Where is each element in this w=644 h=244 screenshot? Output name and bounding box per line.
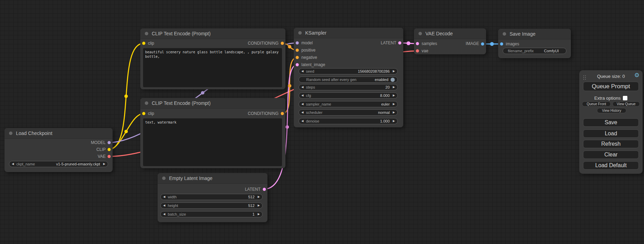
node-title-bar[interactable]: Empty Latent Image bbox=[158, 173, 267, 184]
widget-cfg[interactable]: ◀ cfg 8.000 ▶ bbox=[299, 92, 398, 99]
widget-denoise[interactable]: ◀ denoise 1.000 ▶ bbox=[299, 118, 398, 124]
node-save-image[interactable]: Save Image images filename_prefix ComfyU… bbox=[498, 29, 571, 58]
node-title: Save Image bbox=[510, 31, 536, 37]
output-slot-label-conditioning: CONDITIONING bbox=[248, 111, 279, 116]
decrement-arrow-icon[interactable]: ◀ bbox=[12, 163, 14, 165]
link-midpoint-dot bbox=[285, 125, 289, 129]
node-title-bar[interactable]: CLIP Text Encode (Prompt) bbox=[140, 28, 285, 39]
input-slot-label-positive: positive bbox=[301, 48, 316, 53]
decrement-arrow-icon[interactable]: ◀ bbox=[163, 196, 165, 198]
widget-random-seed-toggle[interactable]: Random seed after every gen enabled bbox=[299, 76, 398, 83]
increment-arrow-icon[interactable]: ▶ bbox=[393, 103, 395, 106]
node-title-bar[interactable]: CLIP Text Encode (Prompt) bbox=[140, 98, 285, 109]
toggle-dot-icon[interactable] bbox=[390, 78, 395, 82]
increment-arrow-icon[interactable]: ▶ bbox=[258, 213, 260, 216]
settings-gear-icon[interactable]: ⚙ bbox=[634, 72, 639, 78]
increment-arrow-icon[interactable]: ▶ bbox=[393, 120, 395, 123]
node-title-bar[interactable]: KSampler bbox=[294, 28, 403, 38]
input-slot-label-images: images bbox=[506, 42, 519, 46]
decrement-arrow-icon[interactable]: ◀ bbox=[301, 86, 303, 89]
link-midpoint-dot bbox=[490, 42, 494, 46]
queue-size-label: Queue size: 0 bbox=[579, 74, 643, 79]
node-title-bar[interactable]: Save Image bbox=[498, 29, 571, 39]
widget-batch-size[interactable]: ◀ batch_size 1 ▶ bbox=[160, 211, 263, 217]
node-title: CLIP Text Encode (Prompt) bbox=[152, 100, 211, 106]
node-title-bar[interactable]: VAE Decode bbox=[414, 28, 486, 39]
decrement-arrow-icon[interactable]: ◀ bbox=[163, 213, 165, 216]
output-slot-label-latent: LATENT bbox=[245, 187, 261, 192]
output-slot-label-vae: VAE bbox=[98, 154, 106, 159]
output-slot-label-image: IMAGE bbox=[466, 41, 479, 46]
extra-options-label: Extra options bbox=[594, 96, 621, 101]
queue-menu-panel: Queue size: 0 ⚙ Queue Prompt Extra optio… bbox=[579, 70, 643, 174]
increment-arrow-icon[interactable]: ▶ bbox=[258, 204, 260, 207]
widget-sampler-name[interactable]: ◀ sampler_name euler ▶ bbox=[299, 101, 398, 107]
node-empty-latent-image[interactable]: Empty Latent Image LATENT ◀ width 512 ▶ … bbox=[158, 173, 267, 222]
widget-steps[interactable]: ◀ steps 20 ▶ bbox=[299, 84, 398, 90]
widget-scheduler[interactable]: ◀ scheduler normal ▶ bbox=[299, 109, 398, 116]
widget-width[interactable]: ◀ width 512 ▶ bbox=[160, 194, 263, 200]
decrement-arrow-icon[interactable]: ◀ bbox=[301, 70, 303, 73]
node-status-dot-icon bbox=[162, 177, 166, 180]
decrement-arrow-icon[interactable]: ◀ bbox=[301, 94, 303, 97]
node-title: Load Checkpoint bbox=[16, 130, 52, 136]
increment-arrow-icon[interactable]: ▶ bbox=[393, 86, 395, 89]
load-default-button[interactable]: Load Default bbox=[583, 161, 639, 170]
negative-prompt-textarea[interactable]: text, watermark bbox=[143, 118, 282, 166]
node-title: VAE Decode bbox=[425, 31, 453, 36]
positive-prompt-textarea[interactable]: beautiful scenery nature glass bottle la… bbox=[143, 48, 282, 87]
save-button[interactable]: Save bbox=[583, 118, 639, 127]
node-clip-text-encode-negative[interactable]: CLIP Text Encode (Prompt) clip CONDITION… bbox=[140, 98, 285, 168]
output-slot-label-clip: CLIP bbox=[96, 147, 106, 152]
output-slot-label-conditioning: CONDITIONING bbox=[248, 41, 279, 46]
node-title-bar[interactable]: Load Checkpoint bbox=[5, 128, 113, 139]
output-slot-label-model: MODEL bbox=[91, 140, 106, 145]
link-midpoint-dot bbox=[288, 84, 291, 88]
node-clip-text-encode-positive[interactable]: CLIP Text Encode (Prompt) clip CONDITION… bbox=[140, 28, 285, 89]
node-vae-decode[interactable]: VAE Decode samples vae IMAGE bbox=[414, 28, 486, 54]
extra-options-checkbox[interactable] bbox=[623, 96, 627, 100]
increment-arrow-icon[interactable]: ▶ bbox=[103, 163, 105, 165]
node-title: Empty Latent Image bbox=[169, 175, 212, 181]
input-slot-label-model: model bbox=[301, 40, 313, 45]
load-button[interactable]: Load bbox=[583, 129, 639, 138]
extra-options-row: Extra options bbox=[579, 95, 643, 101]
input-slot-label-clip: clip bbox=[148, 41, 154, 46]
increment-arrow-icon[interactable]: ▶ bbox=[258, 196, 260, 198]
input-slot-label-latent-image: latent_image bbox=[301, 62, 325, 67]
input-slot-label-vae: vae bbox=[422, 48, 428, 53]
increment-arrow-icon[interactable]: ▶ bbox=[393, 70, 395, 73]
refresh-button[interactable]: Refresh bbox=[583, 140, 639, 148]
increment-arrow-icon[interactable]: ▶ bbox=[393, 94, 395, 97]
node-status-dot-icon bbox=[418, 32, 422, 35]
node-status-dot-icon bbox=[503, 32, 506, 36]
widget-seed[interactable]: ◀ seed 156680208700286 ▶ bbox=[299, 68, 398, 74]
clear-button[interactable]: Clear bbox=[583, 151, 639, 159]
node-status-dot-icon bbox=[145, 32, 148, 35]
widget-filename-prefix[interactable]: filename_prefix ComfyUI bbox=[503, 48, 566, 54]
decrement-arrow-icon[interactable]: ◀ bbox=[301, 103, 303, 106]
decrement-arrow-icon[interactable]: ◀ bbox=[301, 120, 303, 123]
input-slot-label-clip: clip bbox=[148, 111, 154, 116]
widget-height[interactable]: ◀ height 512 ▶ bbox=[160, 202, 263, 209]
output-slot-label-latent: LATENT bbox=[381, 40, 396, 45]
widget-ckpt-name[interactable]: ◀ ckpt_name v1-5-pruned-emaonly.ckpt ▶ bbox=[9, 161, 108, 167]
node-graph-canvas[interactable]: CLIP Text Encode (Prompt) clip CONDITION… bbox=[0, 0, 644, 244]
link-midpoint-dot bbox=[407, 42, 411, 45]
input-slot-label-samples: samples bbox=[422, 41, 437, 46]
node-title: CLIP Text Encode (Prompt) bbox=[152, 31, 211, 36]
link-midpoint-dot bbox=[201, 91, 204, 94]
view-history-button[interactable]: View History bbox=[597, 108, 626, 113]
node-load-checkpoint[interactable]: Load Checkpoint MODEL CLIP VAE ◀ ckpt_na… bbox=[5, 128, 113, 172]
input-slot-label-negative: negative bbox=[301, 55, 317, 60]
node-ksampler[interactable]: KSampler model positive negative latent_… bbox=[294, 28, 403, 127]
node-status-dot-icon bbox=[9, 132, 12, 135]
view-queue-button[interactable]: View Queue bbox=[612, 101, 640, 107]
link-midpoint-dot bbox=[288, 45, 291, 48]
queue-prompt-button[interactable]: Queue Prompt bbox=[583, 82, 639, 91]
link-midpoint-dot bbox=[124, 130, 128, 133]
increment-arrow-icon[interactable]: ▶ bbox=[393, 111, 395, 114]
queue-front-button[interactable]: Queue Front bbox=[582, 101, 611, 107]
decrement-arrow-icon[interactable]: ◀ bbox=[301, 111, 303, 114]
decrement-arrow-icon[interactable]: ◀ bbox=[163, 204, 165, 207]
